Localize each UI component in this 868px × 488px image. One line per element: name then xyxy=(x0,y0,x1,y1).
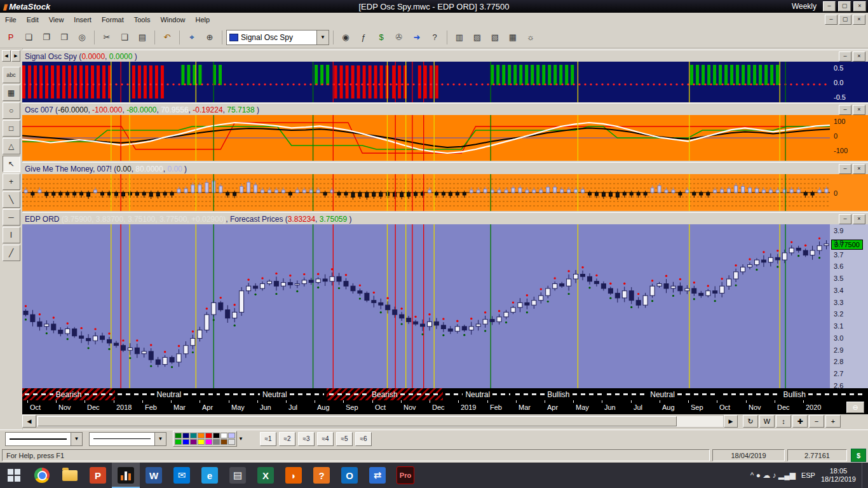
vertical-line-tool[interactable]: I xyxy=(3,227,20,243)
excel-taskbar-button[interactable]: X xyxy=(252,463,280,488)
panel-edp-ord-header[interactable]: EDP ORD (3.75900, 3.83700, 3.75100, 3.77… xyxy=(22,212,868,226)
indicator-combo[interactable]: Signal Osc Spy▼ xyxy=(226,30,329,45)
chevron-down-icon[interactable]: ▼ xyxy=(316,30,329,44)
chevron-down-icon[interactable]: ▼ xyxy=(238,436,243,442)
layout-preset-button-2[interactable]: ≈2 xyxy=(279,432,295,446)
open-file-button[interactable]: ❏ xyxy=(20,29,37,46)
power-console-button[interactable]: P xyxy=(3,29,19,46)
tray-icons[interactable]: ^ ● ☁ ♪ ▂▄▆ xyxy=(750,471,796,480)
panel-minimize-button[interactable]: – xyxy=(839,214,851,224)
line-style-select[interactable]: ▼ xyxy=(5,432,83,446)
vertical-fit-icon[interactable]: ↕ xyxy=(776,415,791,428)
ellipse-tool[interactable]: ○ xyxy=(3,102,20,119)
color-swatch[interactable] xyxy=(213,439,220,445)
taskbar-clock[interactable]: 18:05 18/12/2019 xyxy=(821,467,856,484)
panel-minimize-button[interactable]: – xyxy=(839,51,851,62)
panel-signal-osc-spy-header[interactable]: Signal Osc Spy (0.0000, 0.0000 ) – × xyxy=(22,50,868,63)
splitter-left-icon[interactable]: ◀ xyxy=(2,50,11,62)
outlook-taskbar-button[interactable]: O xyxy=(336,463,363,488)
scrollbar-thumb[interactable] xyxy=(37,416,677,426)
signal-plot[interactable] xyxy=(22,62,830,102)
cut-button[interactable]: ✂ xyxy=(98,29,115,46)
cascade-windows-button[interactable]: ▧ xyxy=(487,29,503,46)
child-close-button[interactable]: × xyxy=(853,15,865,25)
color-swatch[interactable] xyxy=(228,433,235,438)
grid-tool[interactable]: ▦ xyxy=(3,85,20,101)
layout-preset-button-6[interactable]: ≈6 xyxy=(355,432,372,446)
panel-close-button[interactable]: × xyxy=(853,214,865,224)
crosshair-button[interactable]: ⌖ xyxy=(184,29,200,46)
color-swatch[interactable] xyxy=(182,439,189,445)
color-swatch[interactable] xyxy=(175,433,182,438)
refresh-icon[interactable]: ↻ xyxy=(743,415,758,428)
options-button[interactable]: ☼ xyxy=(522,29,539,46)
metastock-taskbar-button[interactable] xyxy=(112,463,140,488)
print-preview-button[interactable]: ❒ xyxy=(56,29,72,46)
panel-close-button[interactable]: × xyxy=(853,105,865,115)
zoom-in-icon[interactable]: + xyxy=(825,415,841,428)
copy-button[interactable]: ❑ xyxy=(116,29,133,46)
panel-minimize-button[interactable]: – xyxy=(839,164,851,174)
close-button[interactable]: × xyxy=(853,1,866,11)
minimize-button[interactable]: – xyxy=(823,1,836,11)
remote-taskbar-button[interactable]: ⇄ xyxy=(363,463,391,488)
explorer-binoculars-button[interactable]: ✇ xyxy=(391,29,407,46)
menu-item-help[interactable]: Help xyxy=(191,14,215,25)
undo-button[interactable]: ↶ xyxy=(159,29,175,46)
menu-item-edit[interactable]: Edit xyxy=(22,14,44,25)
color-swatch[interactable] xyxy=(198,439,205,445)
paste-button[interactable]: ▤ xyxy=(134,29,151,46)
menu-item-file[interactable]: File xyxy=(0,14,22,25)
scroll-left-icon[interactable]: ◀ xyxy=(22,415,36,428)
currency-button[interactable]: $ xyxy=(851,449,866,462)
color-swatch[interactable] xyxy=(213,433,220,438)
zoom-in-button[interactable]: ⊕ xyxy=(201,29,218,46)
print-button[interactable]: ❐ xyxy=(38,29,55,46)
horizontal-line-tool[interactable]: ─ xyxy=(3,209,20,226)
color-swatch[interactable] xyxy=(190,439,197,445)
color-swatch[interactable] xyxy=(198,433,205,438)
panel-minimize-button[interactable]: – xyxy=(839,105,851,115)
panel-close-button[interactable]: × xyxy=(853,51,865,62)
word-taskbar-button[interactable]: W xyxy=(140,463,168,488)
zoom-lens-icon[interactable]: ⊖ xyxy=(846,402,864,413)
pro-taskbar-button[interactable]: Pro xyxy=(391,463,419,488)
horizontal-scrollbar[interactable] xyxy=(36,415,724,428)
child-minimize-button[interactable]: – xyxy=(825,15,837,25)
menu-item-window[interactable]: Window xyxy=(155,14,190,25)
osc-plot[interactable] xyxy=(22,115,830,161)
color-swatch[interactable] xyxy=(175,439,182,445)
pointer-tool[interactable]: ↖ xyxy=(3,156,20,172)
color-swatch[interactable] xyxy=(205,439,212,445)
file-explorer-taskbar-button[interactable] xyxy=(56,463,84,488)
triangle-tool[interactable]: △ xyxy=(3,138,20,154)
panel-close-button[interactable]: × xyxy=(853,164,865,174)
language-indicator[interactable]: ESP xyxy=(801,471,815,479)
maximize-button[interactable]: ▢ xyxy=(838,1,851,11)
forecast-arrow-button[interactable]: ➜ xyxy=(409,29,425,46)
firefox-taskbar-button[interactable]: ◗ xyxy=(280,463,308,488)
layout-preset-button-3[interactable]: ≈3 xyxy=(298,432,315,446)
text-tool[interactable]: abc xyxy=(3,67,20,83)
layout-preset-button-4[interactable]: ≈4 xyxy=(317,432,334,446)
panel-osc-007-header[interactable]: Osc 007 (-60.0000, -100.000, -80.0000, 7… xyxy=(22,103,868,116)
color-palette[interactable] xyxy=(173,431,237,447)
chrome-taskbar-button[interactable] xyxy=(28,463,56,488)
color-swatch[interactable] xyxy=(228,439,235,445)
color-swatch[interactable] xyxy=(190,433,197,438)
regression-tool[interactable]: ╱ xyxy=(3,245,20,261)
layout-preset-button-5[interactable]: ≈5 xyxy=(336,432,353,446)
help-pointer-button[interactable]: ? xyxy=(426,29,443,46)
mail-taskbar-button[interactable]: ✉ xyxy=(168,463,196,488)
child-restore-button[interactable]: ▢ xyxy=(839,15,851,25)
scroll-right-icon[interactable]: ▶ xyxy=(724,415,738,428)
money-plot[interactable] xyxy=(22,174,830,211)
pan-icon[interactable]: ✚ xyxy=(792,415,808,428)
menu-item-tools[interactable]: Tools xyxy=(129,14,156,25)
calculator-taskbar-button[interactable]: ▤ xyxy=(224,463,252,488)
dollar-button[interactable]: $ xyxy=(373,29,390,46)
menu-item-view[interactable]: View xyxy=(44,14,69,25)
trendline-tool[interactable]: ╲ xyxy=(3,191,20,208)
function-button[interactable]: ƒ xyxy=(355,29,372,46)
crosshair-tool[interactable]: + xyxy=(3,173,20,190)
